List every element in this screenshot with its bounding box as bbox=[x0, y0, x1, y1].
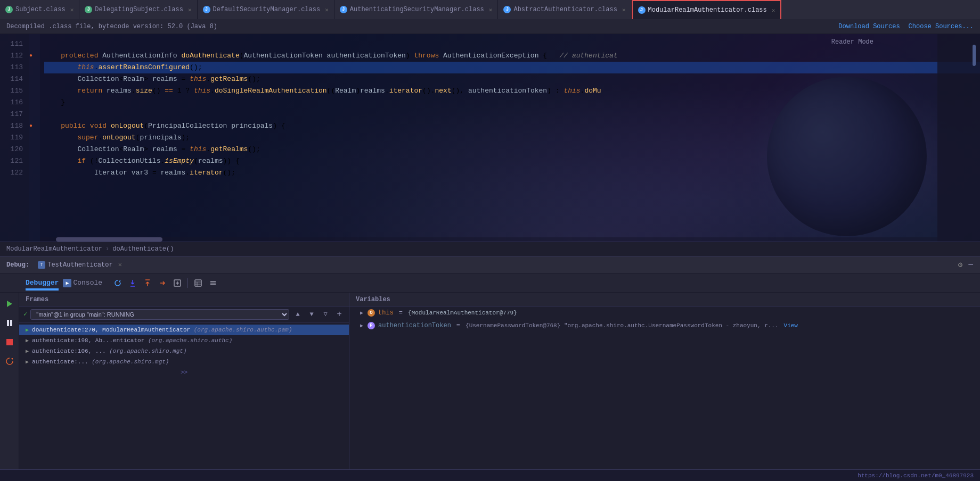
debugger-tab[interactable]: Debugger bbox=[26, 278, 59, 288]
breadcrumb-separator: › bbox=[105, 245, 109, 253]
add-frame-btn[interactable]: + bbox=[334, 309, 345, 320]
tab-delegating[interactable]: J DelegatingSubject.class ✕ bbox=[79, 0, 197, 19]
tab-label-authenticating: AuthenticatingSecurityManager.class bbox=[350, 6, 484, 13]
list-view-btn[interactable] bbox=[206, 276, 220, 290]
settings-icon[interactable]: ⚙ bbox=[958, 260, 962, 269]
console-icon: ▶ bbox=[63, 279, 71, 287]
tab-icon-delegating: J bbox=[85, 6, 92, 13]
evaluate-btn[interactable] bbox=[170, 276, 184, 290]
tab-abstract[interactable]: J AbstractAuthenticator.class ✕ bbox=[498, 0, 631, 19]
reader-mode-button[interactable]: Reader Mode bbox=[831, 38, 873, 46]
code-line-113: this.assertRealmsConfigured(); bbox=[44, 62, 980, 73]
stop-btn[interactable] bbox=[3, 335, 17, 349]
tab-label-delegating: DelegatingSubject.class bbox=[95, 6, 183, 13]
var-badge-this: O bbox=[368, 309, 375, 317]
resume-btn[interactable] bbox=[3, 297, 17, 311]
decompile-info: Decompiled .class file, bytecode version… bbox=[6, 23, 217, 30]
var-name-token: authenticationToken bbox=[378, 322, 451, 329]
thread-up-btn[interactable]: ▲ bbox=[292, 309, 303, 320]
svg-rect-5 bbox=[6, 339, 13, 345]
thread-select[interactable]: "main"@1 in group "main": RUNNING bbox=[30, 309, 289, 320]
frame-method-0: doAuthenticate:270, ModularRealmAuthenti… bbox=[32, 327, 292, 333]
frame-method-2: authenticate:106, ... (org.apache.shiro.… bbox=[32, 348, 186, 354]
var-item-this[interactable]: ▶ O this = {ModularRealmAuthenticator@77… bbox=[349, 306, 980, 319]
horizontal-scrollbar[interactable] bbox=[40, 237, 937, 242]
status-bar: https://blog.csdn.net/m0_46897923 bbox=[0, 469, 980, 481]
tab-close-authenticating[interactable]: ✕ bbox=[489, 6, 493, 13]
code-line-112: protected AuthenticationInfo doAuthentic… bbox=[44, 50, 980, 62]
run-to-cursor-btn[interactable] bbox=[156, 276, 169, 290]
code-line-118: public void onLogout(PrincipalCollection… bbox=[44, 120, 980, 132]
pause-btn[interactable] bbox=[3, 316, 17, 330]
step-into-btn[interactable] bbox=[126, 276, 140, 290]
frame-arrow-0: ▶ bbox=[26, 327, 29, 333]
code-line-116: } bbox=[44, 97, 980, 109]
code-editor: 111 112 113 114 115 116 117 118 119 120 … bbox=[0, 34, 980, 242]
debug-session-close[interactable]: ✕ bbox=[118, 261, 122, 269]
frame-method-1: authenticate:198, Ab...enticator (org.ap… bbox=[32, 337, 232, 344]
debug-header: Debug: T TestAuthenticator ✕ ⚙ − bbox=[0, 256, 980, 273]
step-over-btn[interactable] bbox=[111, 276, 125, 290]
variables-panel: Variables ▶ O this = {ModularRealmAuthen… bbox=[349, 293, 980, 481]
tab-authenticating[interactable]: J AuthenticatingSecurityManager.class ✕ bbox=[334, 0, 499, 19]
more-frames-btn[interactable]: >> bbox=[19, 367, 349, 378]
toolbar-separator-1 bbox=[187, 278, 188, 288]
frame-item-2[interactable]: ▶ authenticate:106, ... (org.apache.shir… bbox=[19, 346, 349, 356]
code-content[interactable]: protected AuthenticationInfo doAuthentic… bbox=[40, 34, 980, 242]
minimize-icon[interactable]: − bbox=[968, 260, 974, 270]
tab-label-subject: Subject.class bbox=[15, 6, 66, 13]
choose-sources-link[interactable]: Choose Sources... bbox=[909, 23, 974, 30]
tab-icon-authenticating: J bbox=[340, 6, 347, 13]
svg-rect-3 bbox=[7, 320, 9, 326]
code-line-117 bbox=[44, 109, 980, 120]
line-numbers: 111 112 113 114 115 116 117 118 119 120 … bbox=[0, 34, 29, 242]
tab-label-modular: ModularRealmAuthenticator.class bbox=[648, 6, 767, 14]
thread-filter-btn[interactable]: ▽ bbox=[320, 309, 331, 320]
frame-item-0[interactable]: ▶ doAuthenticate:270, ModularRealmAuthen… bbox=[19, 325, 349, 335]
var-badge-token: P bbox=[368, 322, 375, 329]
frame-item-3[interactable]: ▶ authenticate:... (org.apache.shiro.mgt… bbox=[19, 356, 349, 367]
thread-status-icon: ✓ bbox=[23, 310, 27, 318]
console-tab[interactable]: ▶ Console bbox=[63, 279, 102, 287]
tab-icon-default: J bbox=[203, 6, 210, 13]
info-bar-links: Download Sources Choose Sources... bbox=[838, 23, 974, 30]
code-line-122: Iterator var3 = realms.iterator(); bbox=[44, 167, 980, 179]
var-item-token[interactable]: ▶ P authenticationToken = {UsernamePassw… bbox=[349, 319, 980, 332]
step-out-btn[interactable] bbox=[141, 276, 154, 290]
tab-close-modular[interactable]: ✕ bbox=[772, 7, 775, 14]
tab-close-abstract[interactable]: ✕ bbox=[622, 6, 626, 13]
frame-arrow-1: ▶ bbox=[26, 337, 29, 344]
var-val-this: {ModularRealmAuthenticator@779} bbox=[408, 310, 517, 316]
var-eq-this: = bbox=[399, 309, 403, 317]
svg-marker-2 bbox=[7, 301, 12, 307]
table-view-btn[interactable] bbox=[191, 276, 205, 290]
frame-arrow-3: ▶ bbox=[26, 359, 29, 365]
svg-marker-6 bbox=[11, 358, 13, 360]
tab-modular[interactable]: J ModularRealmAuthenticator.class ✕ bbox=[632, 0, 782, 19]
breadcrumb-class: ModularRealmAuthenticator bbox=[6, 245, 102, 253]
code-line-114: Collection<Realm> realms = this.getRealm… bbox=[44, 73, 980, 85]
tab-close-default[interactable]: ✕ bbox=[325, 6, 329, 13]
frame-item-1[interactable]: ▶ authenticate:198, Ab...enticator (org.… bbox=[19, 335, 349, 346]
thread-down-btn[interactable]: ▼ bbox=[306, 309, 317, 320]
view-link-token[interactable]: View bbox=[784, 322, 798, 329]
tab-subject[interactable]: J Subject.class ✕ bbox=[0, 0, 79, 19]
var-expand-this[interactable]: ▶ bbox=[360, 310, 363, 316]
tab-close-subject[interactable]: ✕ bbox=[70, 6, 74, 13]
tab-close-delegating[interactable]: ✕ bbox=[188, 6, 192, 13]
debug-label: Debug: bbox=[6, 261, 29, 269]
toolbar-buttons bbox=[111, 276, 220, 290]
var-name-this: this bbox=[378, 309, 394, 317]
debug-tab-icon-container: T TestAuthenticator ✕ bbox=[35, 260, 125, 270]
var-expand-token[interactable]: ▶ bbox=[360, 322, 363, 329]
variables-header: Variables bbox=[349, 293, 980, 306]
rerun-btn[interactable] bbox=[3, 354, 17, 368]
line-gutter: ● ● bbox=[29, 34, 40, 242]
debug-toolbar: Debugger ▶ Console bbox=[0, 273, 980, 293]
debug-panel: Debug: T TestAuthenticator ✕ ⚙ − Debugge… bbox=[0, 256, 980, 481]
download-sources-link[interactable]: Download Sources bbox=[838, 23, 900, 30]
tab-icon-abstract: J bbox=[503, 6, 511, 13]
tab-icon-modular: J bbox=[638, 6, 646, 14]
tab-default[interactable]: J DefaultSecurityManager.class ✕ bbox=[198, 0, 334, 19]
debug-content: Frames ✓ "main"@1 in group "main": RUNNI… bbox=[0, 293, 980, 481]
